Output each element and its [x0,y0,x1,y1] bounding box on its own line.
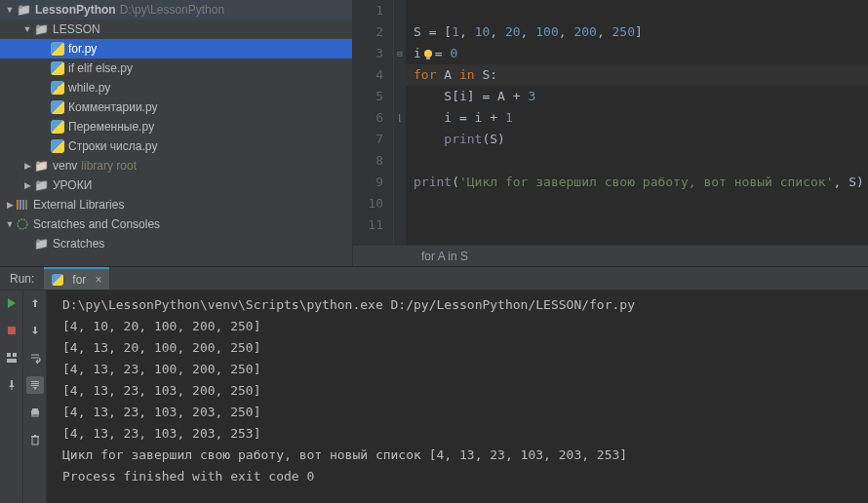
tree-file-variables[interactable]: Переменные.py [0,117,352,136]
python-file-icon [51,120,64,134]
tree-uroki[interactable]: УРОКИ [0,175,352,195]
clear-button[interactable] [26,431,44,448]
rerun-button[interactable] [3,294,20,312]
down-stack-button[interactable] [26,322,44,339]
python-file-icon [51,139,64,153]
svg-rect-10 [7,359,17,363]
svg-rect-12 [31,383,39,384]
project-name: LessonPython [35,3,116,17]
svg-rect-19 [34,435,36,436]
folder-icon [33,21,49,37]
tree-file-while[interactable]: while.py [0,78,352,97]
tree-scratches[interactable]: Scratches and Consoles [0,214,352,234]
run-toolbar-left [0,290,23,503]
code-content[interactable]: S = [1, 10, 20, 100, 200, 250] i= 0 for … [406,0,868,245]
svg-rect-11 [31,381,39,382]
code-editor[interactable]: 1 2 3 4 5 6 7 8 9 10 11 ⊟ ⌊ S = [1, 10, … [353,0,868,266]
python-file-icon [51,81,64,95]
svg-rect-6 [426,58,430,59]
layout-button[interactable] [3,349,20,367]
svg-rect-3 [25,200,27,210]
run-header: Run: for × [0,267,868,290]
console-output[interactable]: D:\py\LessonPython\venv\Scripts\python.e… [47,290,868,503]
soft-wrap-button[interactable] [26,349,44,367]
tree-venv[interactable]: venv library root [0,156,352,175]
stop-button[interactable] [3,322,20,339]
scratches-icon [16,217,29,231]
tree-lesson-folder[interactable]: LESSON [0,19,352,39]
tree-project-root[interactable]: LessonPython D:\py\LessonPython [0,0,352,19]
run-tab[interactable]: for × [44,267,109,290]
svg-rect-2 [22,200,24,210]
chevron-down-icon[interactable] [21,24,33,34]
run-panel: Run: for × D:\py\LessonPython\venv\Scrip… [0,266,868,503]
line-gutter: 1 2 3 4 5 6 7 8 9 10 11 [353,0,394,245]
svg-rect-14 [31,410,39,414]
up-stack-button[interactable] [26,294,44,312]
chevron-right-icon[interactable] [21,161,33,171]
svg-rect-13 [31,385,39,386]
python-file-icon [51,42,64,56]
tree-file-comments[interactable]: Комментарии.py [0,97,352,117]
scroll-to-end-button[interactable] [26,376,44,394]
tree-external-libraries[interactable]: External Libraries [0,195,352,214]
folder-icon [16,2,31,18]
tree-file-for[interactable]: for.py [0,39,352,58]
svg-rect-18 [31,436,39,438]
python-icon [52,274,63,286]
fold-gutter: ⊟ ⌊ [394,0,406,245]
folder-icon [33,177,49,193]
svg-rect-17 [32,437,38,445]
python-file-icon [51,100,64,114]
chevron-down-icon[interactable] [4,5,16,15]
run-label: Run: [0,272,44,286]
svg-rect-0 [17,200,19,210]
chevron-down-icon[interactable] [4,219,16,229]
svg-rect-1 [20,200,21,210]
python-file-icon [51,61,64,75]
tree-scratches-child[interactable]: Scratches [0,234,352,253]
svg-rect-16 [32,414,38,416]
svg-rect-8 [7,353,11,357]
chevron-right-icon[interactable] [21,180,33,190]
project-tree[interactable]: LessonPython D:\py\LessonPython LESSON f… [0,0,353,266]
svg-point-5 [424,50,432,58]
svg-rect-9 [13,353,17,357]
svg-rect-15 [32,408,38,410]
run-toolbar-right [23,290,47,503]
breadcrumb[interactable]: for A in S [353,245,868,266]
libraries-icon [16,198,29,212]
tree-file-strings-numbers[interactable]: Строки числа.py [0,136,352,156]
close-tab-icon[interactable]: × [95,273,101,287]
library-folder-icon [33,158,49,174]
print-button[interactable] [26,404,44,421]
project-path: D:\py\LessonPython [120,3,224,17]
pin-button[interactable] [3,376,20,394]
chevron-right-icon[interactable] [4,200,16,210]
svg-point-4 [18,219,27,229]
folder-icon [33,236,49,252]
svg-rect-7 [8,327,16,334]
tree-file-ifelifelse[interactable]: if elif else.py [0,58,352,78]
intention-bulb-icon[interactable] [421,48,435,61]
